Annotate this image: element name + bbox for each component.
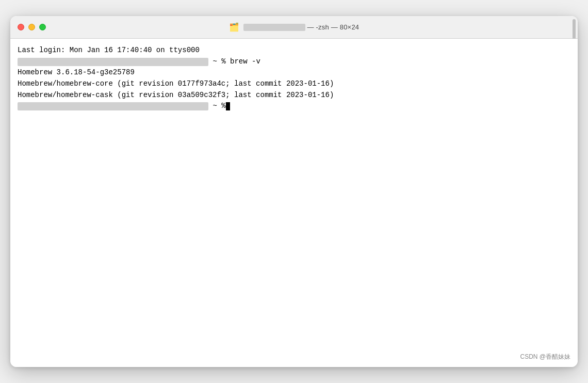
watermark: CSDN @香醋妹妹 — [520, 352, 570, 362]
terminal-line-6: ~ % — [18, 101, 570, 112]
title-content: 🗂️ — -zsh — 80×24 — [229, 22, 360, 32]
terminal-line-5: Homebrew/homebrew-cask (git revision 03a… — [18, 90, 570, 101]
scrollbar[interactable] — [570, 16, 578, 38]
terminal-line-1: Last login: Mon Jan 16 17:40:40 on ttys0… — [18, 45, 570, 56]
terminal-cursor — [226, 102, 230, 110]
terminal-window: 🗂️ — -zsh — 80×24 Last login: Mon Jan 16… — [10, 16, 578, 367]
titlebar: 🗂️ — -zsh — 80×24 — [10, 16, 578, 39]
terminal-line-3: Homebrew 3.6.18-54-g3e25789 — [18, 67, 570, 78]
title-icon: 🗂️ — [229, 22, 239, 32]
minimize-button[interactable] — [28, 24, 35, 30]
traffic-lights — [18, 24, 46, 30]
terminal-line-4: Homebrew/homebrew-core (git revision 017… — [18, 78, 570, 90]
terminal-body[interactable]: Last login: Mon Jan 16 17:40:40 on ttys0… — [10, 39, 578, 367]
redacted-prompt-2 — [18, 102, 208, 110]
terminal-line-2: ~ % brew -v — [18, 56, 570, 68]
maximize-button[interactable] — [39, 24, 46, 30]
redacted-prompt-1 — [18, 58, 208, 66]
close-button[interactable] — [18, 24, 24, 30]
redacted-hostname — [243, 24, 305, 31]
window-title: — -zsh — 80×24 — [243, 23, 360, 31]
